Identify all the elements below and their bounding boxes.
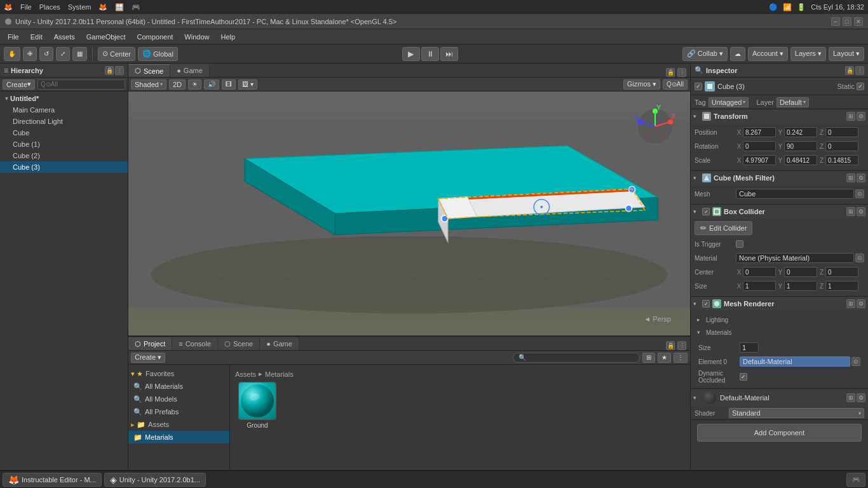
collab-button[interactable]: 🔗 Collab ▾ [682,47,728,61]
project-create-button[interactable]: Create ▾ [131,353,165,363]
hierarchy-lock-btn[interactable]: 🔒 [105,66,114,75]
menu-window[interactable]: Window [179,32,214,42]
menu-component[interactable]: Component [132,32,178,42]
box-collider-enable-checkbox[interactable] [702,208,710,215]
account-dropdown[interactable]: Account ▾ [748,47,788,61]
menu-assets[interactable]: Assets [49,32,80,42]
scene-img-btn[interactable]: 🖼 ▾ [238,79,257,90]
scl-z-input[interactable] [825,155,858,165]
center-button[interactable]: ⊙ Center [98,47,135,61]
inspector-lock-btn[interactable]: 🔒 [845,66,854,75]
mesh-filter-header[interactable]: ▾ Cube (Mesh Filter) ⊞ ⚙ [691,171,868,185]
tab-game[interactable]: ● Game [170,64,210,77]
sz-z-input[interactable] [825,281,858,291]
favorites-header[interactable]: ▾ ★ Favorites [128,367,229,380]
layer-dropdown[interactable]: Default ▾ [776,97,809,107]
materials-subsection-header[interactable]: ▾ Materials [695,326,864,339]
scene-search-btn[interactable]: Q⊙All [663,79,688,90]
system-menu-app[interactable]: File [20,3,32,11]
pos-z-input[interactable] [825,127,858,137]
element-select-btn[interactable]: ⊙ [851,357,860,366]
mode-2d-button[interactable]: 2D [169,79,186,90]
hierarchy-item-camera[interactable]: Main Camera [0,104,128,116]
system-menu-system[interactable]: System [68,3,92,11]
add-component-button[interactable]: Add Component [697,424,862,442]
project-menu-btn[interactable]: ⋮ [677,341,686,350]
transform-gear-btn[interactable]: ⚙ [857,112,865,121]
mesh-renderer-settings-btn[interactable]: ⊞ [846,299,855,308]
scene-gizmo[interactable]: X Y Z [633,104,677,149]
play-button[interactable]: ▶ [402,47,420,61]
transform-header[interactable]: ▾ Transform ⊞ ⚙ [691,109,868,123]
asset-ground[interactable]: Ground [235,382,280,429]
hierarchy-item-cube1[interactable]: Cube (1) [0,139,128,150]
box-collider-header[interactable]: ▾ Box Collider ⊞ ⚙ [691,205,868,219]
maximize-button[interactable]: □ [843,17,851,26]
material-gear-btn[interactable]: ⚙ [857,393,865,402]
sidebar-all-prefabs[interactable]: 🔍 All Prefabs [128,405,229,418]
scene-view[interactable]: X Y Z ◄ Persp [128,92,690,336]
menu-file[interactable]: File [3,32,24,42]
ctr-y-input[interactable] [784,267,817,277]
scene-menu-btn[interactable]: ⋮ [677,68,686,77]
mesh-renderer-gear-btn[interactable]: ⚙ [857,299,865,308]
scene-fx-btn[interactable]: 🎞 [222,79,236,90]
hierarchy-item-dirlight[interactable]: Directional Light [0,116,128,127]
tool-move[interactable]: ✙ [23,47,37,61]
ctr-z-input[interactable] [825,267,858,277]
mesh-renderer-header[interactable]: ▾ Mesh Renderer ⊞ ⚙ [691,297,868,311]
hierarchy-search-input[interactable] [37,79,125,90]
mesh-filter-gear-btn[interactable]: ⚙ [857,173,865,182]
object-active-checkbox[interactable] [695,83,702,90]
project-view-btn[interactable]: ⊞ [642,353,655,363]
sz-x-input[interactable] [743,281,776,291]
shader-dropdown[interactable]: Standard ▾ [729,408,864,418]
tab-game2[interactable]: ● Game [260,337,299,350]
is-trigger-checkbox[interactable] [736,240,743,248]
hierarchy-item-scene[interactable]: ▾ Untitled* [0,93,128,104]
project-lock-btn[interactable]: 🔒 [666,341,675,350]
rot-x-input[interactable] [743,141,776,151]
lighting-subsection-header[interactable]: ▸ Lighting [695,313,864,326]
sidebar-metarials[interactable]: 📁 Metarials [128,431,229,444]
tab-scene2[interactable]: ⬡ Scene [218,337,260,350]
tab-console[interactable]: ≡ Console [172,337,218,350]
system-menu-places[interactable]: Places [39,3,60,11]
tab-project[interactable]: ⬡ Project [128,337,172,350]
layout-dropdown[interactable]: Layout ▾ [829,47,864,61]
scene-light-btn[interactable]: ☀ [188,79,201,90]
pause-button[interactable]: ⏸ [421,47,439,61]
tag-dropdown[interactable]: Untagged ▾ [709,97,749,107]
tool-rotate[interactable]: ↺ [39,47,53,61]
box-collider-settings-btn[interactable]: ⊞ [846,207,855,216]
mesh-filter-settings-btn[interactable]: ⊞ [846,173,855,182]
pos-x-input[interactable] [743,127,776,137]
dynamic-occluded-checkbox[interactable] [740,373,747,381]
pos-y-input[interactable] [784,127,817,137]
scl-x-input[interactable] [743,155,776,165]
hierarchy-tab[interactable]: Hierarchy [11,67,43,74]
material-settings-btn[interactable]: ⊞ [846,393,855,402]
inspector-menu-btn[interactable]: ⋮ [855,66,864,75]
collider-material-select-btn[interactable]: ⊙ [855,254,864,262]
menu-edit[interactable]: Edit [25,32,48,42]
project-search-input[interactable] [513,353,640,363]
taskbar-unity[interactable]: ◈ Unity - Unity 2017.2.0b1... [104,473,206,487]
scene-audio-btn[interactable]: 🔊 [204,79,219,90]
edit-collider-button[interactable]: ✏ Edit Collider [695,221,752,235]
cloud-button[interactable]: ☁ [730,47,745,61]
tool-hand[interactable]: ✋ [4,47,20,61]
hierarchy-item-cube2[interactable]: Cube (2) [0,150,128,161]
hierarchy-item-cube[interactable]: Cube [0,127,128,139]
static-checkbox[interactable] [857,83,864,90]
transform-settings-btn[interactable]: ⊞ [846,112,855,121]
sz-y-input[interactable] [784,281,817,291]
sidebar-all-materials[interactable]: 🔍 All Materials [128,380,229,393]
taskbar-unity-icon[interactable]: 🎮 [846,473,865,487]
scene-lock-btn[interactable]: 🔒 [666,68,675,77]
tool-rect[interactable]: ▦ [72,47,87,61]
tool-scale[interactable]: ⤢ [56,47,70,61]
hierarchy-item-cube3[interactable]: Cube (3) [0,161,128,173]
scl-y-input[interactable] [784,155,817,165]
project-more-btn[interactable]: ⋮ [674,353,688,363]
